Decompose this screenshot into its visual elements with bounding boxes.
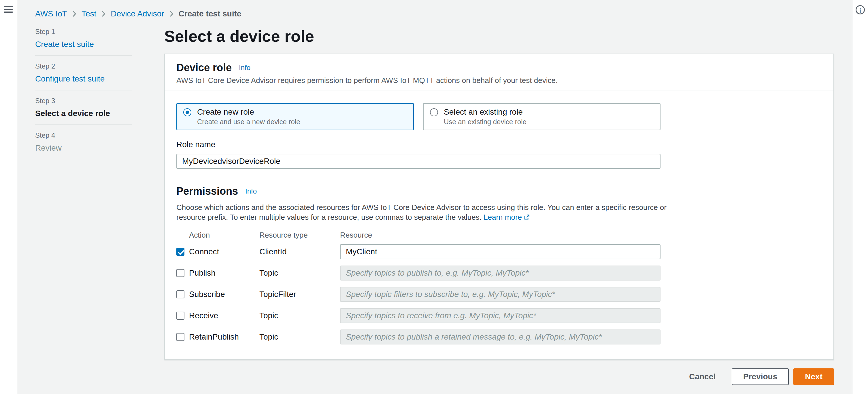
wizard-step-1-link[interactable]: Create test suite — [35, 39, 94, 50]
device-role-info-link[interactable]: Info — [239, 64, 250, 71]
receive-resource-input — [340, 308, 660, 323]
permission-row-receive: Receive Topic — [176, 305, 660, 326]
divider — [35, 124, 132, 125]
permissions-heading: Permissions — [176, 185, 238, 197]
device-role-heading: Device role — [176, 62, 232, 73]
resource-type: Topic — [259, 332, 340, 341]
subscribe-resource-input — [340, 287, 660, 302]
role-option-tiles: Create new role Create and use a new dev… — [176, 103, 660, 130]
device-role-description: AWS IoT Core Device Advisor requires per… — [176, 75, 822, 85]
permission-row-connect: Connect ClientId — [176, 241, 660, 262]
resource-type: Topic — [259, 311, 340, 320]
permission-row-publish: Publish Topic — [176, 262, 660, 284]
breadcrumb-chevron-icon — [101, 11, 105, 17]
column-header-resource: Resource — [340, 230, 660, 240]
publish-resource-input — [340, 266, 660, 281]
permissions-table-header: Action Resource type Resource — [176, 230, 660, 240]
permissions-description: Choose which actions and the associated … — [176, 202, 676, 222]
side-nav-strip — [0, 0, 17, 394]
permissions-info-link[interactable]: Info — [245, 187, 257, 195]
action-label[interactable]: RetainPublish — [189, 332, 239, 341]
wizard-step-3: Step 3 Select a device role — [35, 97, 134, 118]
breadcrumb-device-advisor[interactable]: Device Advisor — [111, 9, 164, 19]
action-label[interactable]: Connect — [189, 247, 219, 256]
breadcrumb-aws-iot[interactable]: AWS IoT — [35, 9, 67, 19]
info-icon[interactable]: i — [856, 5, 865, 14]
wizard-step-3-current: Select a device role — [35, 108, 110, 119]
tile-create-new-role[interactable]: Create new role Create and use a new dev… — [176, 103, 414, 130]
cancel-button[interactable]: Cancel — [678, 368, 727, 385]
breadcrumb: AWS IoT Test Device Advisor Create test … — [35, 9, 241, 19]
retainpublish-checkbox[interactable] — [176, 333, 184, 341]
publish-checkbox[interactable] — [176, 269, 184, 277]
main-content: Select a device role Device role Info AW… — [164, 25, 834, 385]
card-header: Device role Info AWS IoT Core Device Adv… — [165, 54, 833, 91]
tools-panel-strip: i — [852, 0, 868, 394]
resource-type: TopicFilter — [259, 290, 340, 299]
resource-type: ClientId — [259, 247, 340, 256]
page-title: Select a device role — [164, 25, 834, 47]
learn-more-link[interactable]: Learn more — [484, 213, 530, 222]
step-number: Step 3 — [35, 97, 134, 105]
breadcrumb-current: Create test suite — [179, 9, 242, 19]
permission-row-retainpublish: RetainPublish Topic — [176, 326, 660, 348]
step-number: Step 2 — [35, 62, 134, 70]
role-name-label: Role name — [176, 139, 822, 150]
next-button[interactable]: Next — [793, 368, 834, 385]
divider — [35, 90, 132, 91]
tile-description: Use an existing device role — [444, 118, 527, 126]
previous-button[interactable]: Previous — [732, 368, 789, 385]
step-number: Step 1 — [35, 28, 134, 36]
connect-resource-input[interactable] — [340, 244, 660, 259]
resource-type: Topic — [259, 268, 340, 277]
tile-label: Create new role — [197, 107, 300, 117]
external-link-icon — [524, 214, 530, 220]
device-role-card: Device role Info AWS IoT Core Device Adv… — [164, 54, 834, 360]
wizard-step-4-disabled: Review — [35, 143, 62, 153]
column-header-resource-type: Resource type — [259, 230, 340, 240]
radio-create-new-role[interactable] — [183, 108, 191, 117]
breadcrumb-chevron-icon — [169, 11, 174, 17]
menu-icon[interactable] — [4, 6, 13, 13]
breadcrumb-test[interactable]: Test — [82, 9, 96, 19]
column-header-action: Action — [176, 230, 259, 240]
step-number: Step 4 — [35, 131, 134, 139]
permission-row-subscribe: Subscribe TopicFilter — [176, 284, 660, 305]
connect-checkbox[interactable] — [176, 248, 184, 256]
subscribe-checkbox[interactable] — [176, 290, 184, 298]
tile-description: Create and use a new device role — [197, 118, 300, 126]
card-body: Create new role Create and use a new dev… — [165, 91, 833, 359]
wizard-steps: Step 1 Create test suite Step 2 Configur… — [35, 28, 134, 153]
radio-select-existing-role[interactable] — [430, 108, 438, 117]
action-label[interactable]: Subscribe — [189, 290, 225, 299]
action-label[interactable]: Publish — [189, 268, 216, 277]
wizard-footer: Cancel Previous Next — [164, 368, 834, 385]
receive-checkbox[interactable] — [176, 311, 184, 320]
wizard-step-4: Step 4 Review — [35, 131, 134, 153]
permissions-description-text: Choose which actions and the associated … — [176, 203, 666, 222]
divider — [35, 55, 132, 56]
action-label[interactable]: Receive — [189, 311, 218, 320]
wizard-step-1: Step 1 Create test suite — [35, 28, 134, 49]
wizard-step-2-link[interactable]: Configure test suite — [35, 74, 104, 84]
role-name-input[interactable] — [176, 154, 660, 169]
retainpublish-resource-input — [340, 329, 660, 344]
tile-label: Select an existing role — [444, 107, 527, 117]
permissions-header: Permissions Info — [176, 185, 822, 198]
permissions-table: Action Resource type Resource Connect Cl… — [176, 230, 660, 348]
tile-select-existing-role[interactable]: Select an existing role Use an existing … — [423, 103, 660, 130]
wizard-step-2: Step 2 Configure test suite — [35, 62, 134, 84]
info-icon-glyph: i — [859, 7, 861, 14]
breadcrumb-chevron-icon — [72, 11, 76, 17]
